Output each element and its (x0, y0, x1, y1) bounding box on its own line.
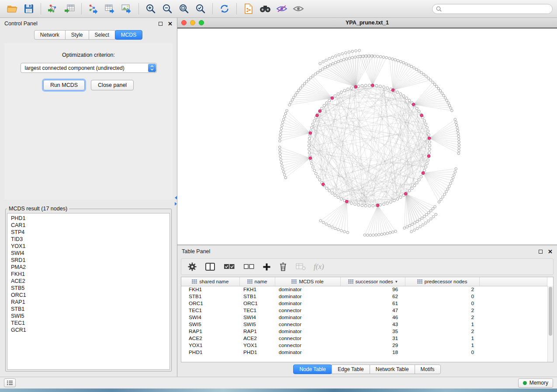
cell-shared-name[interactable]: ACE2 (181, 335, 239, 342)
zoom-selected-button[interactable] (193, 2, 208, 16)
select-all-button[interactable] (223, 262, 235, 271)
cell-mcds-role[interactable]: dominator (275, 328, 340, 335)
float-table-panel-icon[interactable] (539, 250, 543, 254)
cell-successor-nodes[interactable]: 61 (340, 300, 405, 307)
cell-shared-name[interactable]: TEC1 (181, 307, 239, 314)
cell-shared-name[interactable]: YOX1 (181, 342, 239, 349)
cell-name[interactable]: ACE2 (239, 335, 275, 342)
mcds-node-item[interactable]: ACE2 (7, 278, 170, 285)
cell-mcds-role[interactable]: dominator (275, 314, 340, 321)
criterion-select[interactable]: largest connected component (undirected) (21, 63, 157, 73)
export-network-button[interactable] (86, 2, 101, 16)
mcds-node-item[interactable]: SRD1 (7, 257, 170, 264)
show-graphics-details-button[interactable] (291, 2, 306, 16)
tab-style[interactable]: Style (65, 30, 89, 40)
cell-shared-name[interactable]: SWI4 (181, 314, 239, 321)
cell-mcds-role[interactable]: connector (275, 307, 340, 314)
document-share-button[interactable] (241, 2, 256, 16)
close-panel-button[interactable]: Close panel (91, 80, 134, 90)
cell-name[interactable]: SWI4 (239, 314, 275, 321)
status-menu-button[interactable] (4, 378, 16, 387)
cell-predecessor-nodes[interactable]: 1 (405, 335, 479, 342)
column-header-shared-name[interactable]: shared name (181, 277, 239, 286)
cell-successor-nodes[interactable]: 62 (340, 293, 405, 300)
table-row[interactable]: STB1 STB1 dominator 62 0 (181, 293, 547, 300)
mcds-node-item[interactable]: STB1 (7, 306, 170, 313)
column-header-name[interactable]: name (239, 277, 275, 286)
cell-predecessor-nodes[interactable]: 2 (405, 286, 479, 293)
cell-shared-name[interactable]: STB1 (181, 293, 239, 300)
search-input[interactable] (444, 5, 549, 12)
cell-name[interactable]: TEC1 (239, 307, 275, 314)
clear-table-button[interactable] (295, 263, 306, 271)
apply-layout-button[interactable] (217, 2, 232, 16)
cell-shared-name[interactable]: FKH1 (181, 286, 239, 293)
cell-shared-name[interactable]: RAP1 (181, 328, 239, 335)
cell-successor-nodes[interactable]: 29 (340, 342, 405, 349)
cell-predecessor-nodes[interactable]: 0 (405, 349, 479, 356)
table-row[interactable]: SWI4 SWI4 dominator 46 2 (181, 314, 547, 321)
tab-motifs[interactable]: Motifs (415, 364, 441, 374)
mcds-node-item[interactable]: YOX1 (7, 243, 170, 250)
mcds-node-item[interactable]: TEC1 (7, 320, 170, 327)
table-row[interactable]: SWI5 SWI5 connector 43 1 (181, 321, 547, 328)
float-panel-icon[interactable] (159, 22, 163, 26)
cell-name[interactable]: STB1 (239, 293, 275, 300)
cell-mcds-role[interactable]: connector (275, 321, 340, 328)
search-box[interactable] (432, 4, 553, 14)
select-stepper[interactable] (148, 64, 156, 72)
cell-mcds-role[interactable]: dominator (275, 286, 340, 293)
cell-predecessor-nodes[interactable]: 0 (405, 293, 479, 300)
tab-select[interactable]: Select (89, 30, 115, 40)
column-header-predecessor-nodes[interactable]: predecessor nodes (405, 277, 479, 286)
mcds-node-item[interactable]: STP4 (7, 229, 170, 236)
mcds-node-item[interactable]: SWI5 (7, 313, 170, 320)
window-maximize-button[interactable] (199, 20, 204, 25)
table-scrollbar-thumb[interactable] (549, 287, 552, 336)
cell-mcds-role[interactable]: dominator (275, 293, 340, 300)
tab-mcds[interactable]: MCDS (115, 30, 142, 40)
cell-name[interactable]: PHD1 (239, 349, 275, 356)
cell-name[interactable]: RAP1 (239, 328, 275, 335)
cell-successor-nodes[interactable]: 18 (340, 349, 405, 356)
tab-edge-table[interactable]: Edge Table (332, 364, 370, 374)
cell-name[interactable]: SWI5 (239, 321, 275, 328)
mcds-node-item[interactable]: TID3 (7, 236, 170, 243)
table-row[interactable]: FKH1 FKH1 dominator 96 2 (181, 286, 547, 293)
table-scrollbar[interactable] (547, 286, 553, 362)
column-visibility-button[interactable] (205, 262, 215, 271)
export-image-button[interactable] (119, 2, 135, 16)
cell-successor-nodes[interactable]: 47 (340, 307, 405, 314)
mcds-node-item[interactable]: SWI4 (7, 250, 170, 257)
zoom-fit-button[interactable] (176, 2, 192, 16)
table-row[interactable]: PHD1 PHD1 dominator 18 0 (181, 349, 547, 356)
function-builder-button[interactable]: f(x) (314, 262, 324, 271)
mcds-node-item[interactable]: ORC1 (7, 292, 170, 299)
mcds-node-item[interactable]: FKH1 (7, 271, 170, 278)
import-table-file-button[interactable] (62, 2, 77, 16)
mcds-node-item[interactable]: RAP1 (7, 299, 170, 306)
save-button[interactable] (21, 2, 37, 16)
cell-successor-nodes[interactable]: 96 (340, 286, 405, 293)
column-header-successor-nodes[interactable]: successor nodes▾ (340, 277, 405, 286)
binoculars-button[interactable] (257, 2, 273, 16)
cell-shared-name[interactable]: PHD1 (181, 349, 239, 356)
cell-name[interactable]: ORC1 (239, 300, 275, 307)
mcds-node-item[interactable]: PMA2 (7, 264, 170, 271)
add-row-button[interactable] (263, 263, 271, 271)
table-settings-button[interactable] (187, 262, 197, 272)
zoom-out-button[interactable] (159, 2, 175, 16)
mcds-node-item[interactable]: GCR1 (7, 327, 170, 334)
run-mcds-button[interactable]: Run MCDS (43, 80, 85, 90)
tab-network-table[interactable]: Network Table (370, 364, 415, 374)
export-table-button[interactable] (102, 2, 118, 16)
cell-mcds-role[interactable]: dominator (275, 300, 340, 307)
cell-mcds-role[interactable]: dominator (275, 349, 340, 356)
mcds-node-item[interactable]: PHD1 (7, 215, 170, 222)
table-row[interactable]: RAP1 RAP1 dominator 35 2 (181, 328, 547, 335)
mcds-node-item[interactable]: STB5 (7, 285, 170, 292)
cell-predecessor-nodes[interactable]: 1 (405, 342, 479, 349)
cell-predecessor-nodes[interactable]: 1 (405, 321, 479, 328)
node-table-container[interactable]: shared name name MCDS role successor nod… (181, 277, 554, 362)
cell-predecessor-nodes[interactable]: 2 (405, 314, 479, 321)
